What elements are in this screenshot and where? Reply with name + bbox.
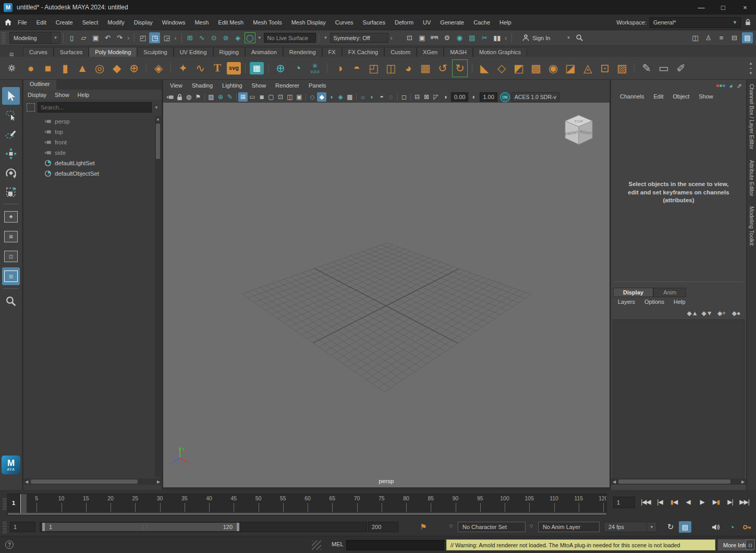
hyperbolic-graph-icon[interactable]: ⇗ — [737, 82, 742, 90]
rangebar-grip[interactable] — [3, 522, 7, 533]
smooth-icon[interactable]: ◕ — [400, 59, 416, 77]
wireframe-mode-icon[interactable]: ◇ — [308, 92, 317, 102]
poly-torus-icon[interactable]: ◎ — [92, 59, 107, 77]
select-component-icon[interactable]: ◲ — [161, 32, 172, 43]
crease-plus-icon[interactable]: ✐ — [673, 59, 689, 77]
hypershade-icon[interactable]: ◉ — [454, 32, 465, 43]
step-forward-frame-button[interactable]: ▶| — [724, 495, 737, 509]
snap-time-icon[interactable]: ◔ — [290, 59, 306, 77]
menu-create[interactable]: Create — [51, 19, 78, 26]
panel-divider[interactable] — [614, 281, 743, 282]
shelf-tab-poly-modeling[interactable]: Poly Modeling — [89, 47, 137, 57]
home-icon[interactable] — [4, 18, 12, 26]
bridge-icon[interactable]: ◇ — [494, 59, 509, 77]
play-forward-button[interactable]: ▶ — [696, 495, 709, 509]
expander-icon[interactable]: › — [505, 34, 507, 42]
snap-to-curve-icon[interactable]: ∿ — [197, 32, 208, 43]
lights-icon[interactable]: ☼ — [358, 92, 368, 102]
new-scene-icon[interactable]: ▯ — [66, 32, 77, 43]
chevron-down-icon[interactable]: ▽ — [530, 524, 533, 529]
menu-surfaces[interactable]: Surfaces — [358, 19, 390, 26]
workspace-selector[interactable]: General* ▼ — [650, 17, 741, 28]
display-layers-list[interactable] — [613, 319, 745, 480]
snap-to-grid-icon[interactable]: ⊞ — [185, 32, 196, 43]
lock-camera-icon[interactable] — [175, 92, 184, 102]
scroll-up-icon[interactable]: ▲ — [749, 61, 753, 66]
safe-title-icon[interactable]: ▣ — [295, 92, 304, 102]
resolution-gate-icon[interactable]: ◙ — [257, 92, 266, 102]
snap-to-point-icon[interactable]: ⊙ — [209, 32, 220, 43]
gamma-field[interactable]: 1.00 — [480, 92, 497, 102]
scroll-right-icon[interactable]: ▶ — [155, 480, 162, 484]
maya-app-logo[interactable]: M AYA — [2, 456, 20, 474]
go-to-start-button[interactable]: |◀◀ — [639, 495, 652, 509]
animation-start-field[interactable] — [10, 522, 35, 532]
command-line-grip[interactable] — [312, 540, 321, 550]
menu-select[interactable]: Select — [78, 19, 103, 26]
warning-message[interactable]: // Warning: Arnold renderer not loaded. … — [446, 539, 715, 550]
outliner-item-side[interactable]: side — [23, 148, 154, 158]
live-surface-field[interactable]: No Live Surface — [264, 33, 316, 43]
scroll-up-icon[interactable]: ▲ — [156, 116, 160, 122]
toolbar-grip[interactable] — [2, 32, 6, 44]
menu-file[interactable]: File — [13, 19, 32, 26]
shelf-tab-rigging[interactable]: Rigging — [213, 47, 245, 57]
average-vertices-icon[interactable]: ▨ — [614, 59, 630, 77]
boolean-icon[interactable]: ◑ — [332, 59, 347, 77]
layer-menu-options[interactable]: Options — [640, 299, 669, 305]
scroll-right-icon[interactable]: ▶ — [740, 480, 746, 484]
step-back-key-button[interactable]: ▮◀ — [667, 495, 680, 509]
range-start-handle[interactable] — [42, 523, 45, 531]
range-drag-dots[interactable]: ⋮⋮ — [141, 524, 148, 530]
field-chart-icon[interactable]: ⊡ — [276, 92, 285, 102]
menu-generate[interactable]: Generate — [435, 19, 469, 26]
channel-menu-edit[interactable]: Edit — [649, 93, 668, 100]
animation-end-field[interactable] — [368, 522, 398, 532]
viewport-menu-show[interactable]: Show — [247, 82, 271, 89]
shelf-tab-xgen[interactable]: XGen — [417, 47, 444, 57]
menu-curves[interactable]: Curves — [331, 19, 358, 26]
exposure-icon[interactable]: ◑ — [441, 92, 450, 102]
subdivide-icon[interactable]: ▦ — [418, 59, 433, 77]
side-tab-modeling-toolkit[interactable]: Modeling Toolkit — [749, 206, 755, 245]
timeline-track[interactable]: 1 51015202530354045505560657075808590951… — [7, 494, 607, 515]
shelf-tab-fx[interactable]: FX — [322, 47, 342, 57]
textured-mode-icon[interactable]: ◑ — [326, 92, 336, 102]
2d-pan-zoom-icon[interactable]: ⊕ — [216, 92, 225, 102]
grid-toggle-icon[interactable]: ⊞ — [238, 92, 248, 102]
anim-layer-selector[interactable]: No Anim Layer — [538, 522, 600, 532]
range-track[interactable]: 1 ⋮⋮ 120 — [40, 522, 367, 532]
select-tool-icon[interactable] — [2, 87, 20, 105]
menu-help[interactable]: Help — [495, 19, 516, 26]
poly-type-icon[interactable]: T — [210, 59, 225, 77]
image-plane-icon[interactable]: ▨ — [206, 92, 216, 102]
shelf-tab-animation[interactable]: Animation — [245, 47, 283, 57]
shelf-tab-fx-caching[interactable]: FX Caching — [342, 47, 384, 57]
tool-settings-toggle-icon[interactable]: ⊟ — [729, 32, 740, 43]
gear-icon[interactable] — [0, 64, 23, 72]
render-settings-icon[interactable]: ⚙ — [442, 32, 453, 43]
ao-icon[interactable]: ◓ — [377, 92, 386, 102]
expander-icon[interactable]: › — [391, 34, 393, 42]
shelf-tab-curves[interactable]: Curves — [23, 47, 54, 57]
chevron-down-icon[interactable]: ▼ — [154, 105, 158, 110]
outliner-persp-layout-button[interactable]: ▥ — [2, 267, 20, 285]
scroll-left-icon[interactable]: ◀ — [611, 480, 617, 484]
shelf-tab-uv-editing[interactable]: UV Editing — [174, 47, 213, 57]
snap-to-projected-center-icon[interactable]: ⊚ — [221, 32, 231, 43]
poly-sphere-icon[interactable]: ● — [23, 59, 39, 77]
chevron-down-icon[interactable]: ▼ — [258, 35, 262, 40]
select-hierarchy-icon[interactable]: ◰ — [137, 32, 148, 43]
current-time-indicator[interactable] — [20, 494, 27, 513]
chevron-down-icon[interactable]: ▽ — [449, 524, 453, 529]
viewport-menu-lighting[interactable]: Lighting — [217, 82, 247, 89]
separate-icon[interactable]: ◰ — [366, 59, 382, 77]
shelf-tab-rendering[interactable]: Rendering — [283, 47, 322, 57]
single-pane-layout-button[interactable]: ❖ — [2, 208, 20, 226]
channel-menu-object[interactable]: Object — [668, 93, 694, 100]
channel-menu-channels[interactable]: Channels — [615, 93, 649, 100]
color-management-toggle[interactable]: ON — [500, 92, 510, 102]
rotate-tool-icon[interactable] — [2, 164, 20, 182]
current-frame-field[interactable] — [613, 497, 635, 508]
xray-active-icon[interactable]: ⊠ — [422, 92, 431, 102]
